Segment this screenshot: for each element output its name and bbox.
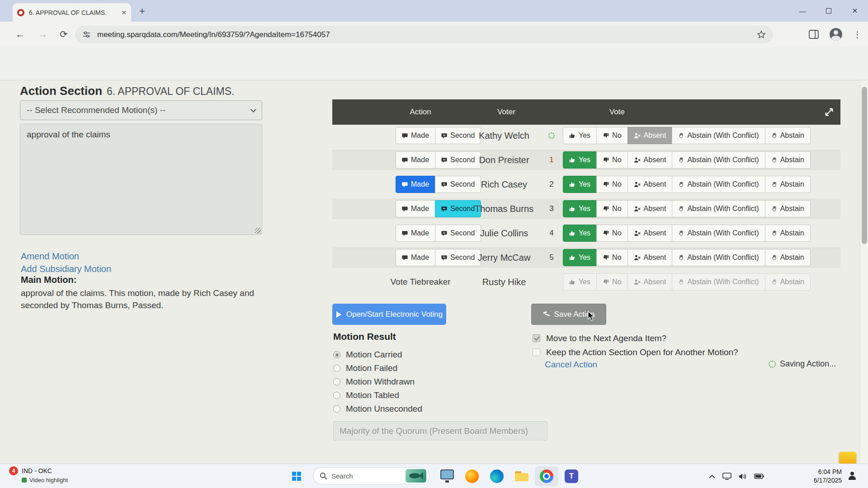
vote-absent-button[interactable]: Absent [627, 249, 673, 266]
vote-yes-button[interactable]: Yes [563, 151, 597, 169]
volume-icon[interactable] [739, 473, 747, 480]
vote-abstain_conflict-button[interactable]: Abstain (With Conflict) [672, 273, 765, 291]
reload-icon[interactable]: ⟳ [60, 29, 68, 40]
radio-icon[interactable] [333, 365, 340, 372]
vote-abstain_conflict-button[interactable]: Abstain (With Conflict) [672, 200, 765, 217]
vote-absent-button[interactable]: Absent [627, 176, 673, 193]
vote-yes-button[interactable]: Yes [563, 200, 597, 217]
made-button[interactable]: Made [396, 225, 435, 242]
motion-result-option[interactable]: Motion Withdrawn [333, 377, 415, 387]
search-highlight-image[interactable] [406, 469, 426, 483]
vote-abstain_conflict-button[interactable]: Abstain (With Conflict) [672, 151, 765, 169]
made-button[interactable]: Made [396, 176, 435, 193]
url-bar[interactable]: meeting.sparqdata.com/Meeting/In/693759/… [75, 26, 773, 43]
recommended-motion-select[interactable]: -- Select Recommended Motion(s) -- [20, 100, 262, 120]
post-action-checkbox-row[interactable]: Move to the Next Agenda Item? [533, 333, 666, 343]
new-tab-button[interactable]: + [139, 6, 145, 16]
cancel-action-link[interactable]: Cancel Action [545, 360, 597, 370]
vote-abstain_conflict-button[interactable]: Abstain (With Conflict) [672, 176, 765, 193]
tab-close-icon[interactable]: ✕ [121, 9, 127, 16]
vote-abstain-button[interactable]: Abstain [765, 225, 811, 242]
made-button[interactable]: Made [396, 151, 435, 169]
teams-icon[interactable]: T [565, 469, 578, 483]
expand-table-icon[interactable] [823, 106, 835, 118]
start-button[interactable] [292, 472, 301, 481]
vote-abstain_conflict-button[interactable]: Abstain (With Conflict) [672, 127, 765, 144]
profile-avatar[interactable] [830, 28, 842, 41]
made-button[interactable]: Made [396, 200, 435, 217]
vote-abstain-button[interactable]: Abstain [765, 176, 811, 193]
vote-absent-button[interactable]: Absent [627, 127, 673, 144]
open-start-electronic-voting-button[interactable]: Open/Start Electronic Voting [332, 304, 446, 325]
motion-result-option[interactable]: Motion Tabled [333, 390, 399, 400]
vote-absent-button[interactable]: Absent [627, 200, 673, 217]
chrome-icon[interactable] [540, 469, 553, 483]
scrollbar-thumb[interactable] [862, 87, 867, 244]
search-placeholder: Search [331, 472, 406, 480]
vote-yes-button[interactable]: Yes [563, 127, 597, 144]
side-panel-icon[interactable] [809, 30, 819, 39]
vote-abstain_conflict-button[interactable]: Abstain (With Conflict) [672, 249, 765, 266]
motion-text-textarea[interactable]: approval of the claims [20, 124, 262, 235]
made-button[interactable]: Made [396, 249, 435, 266]
forward-icon[interactable]: → [38, 29, 47, 40]
vote-yes-button[interactable]: Yes [563, 176, 597, 193]
vote-absent-button[interactable]: Absent [627, 225, 673, 242]
notification-center-icon[interactable] [848, 472, 856, 480]
vote-abstain-button[interactable]: Abstain [765, 273, 811, 291]
vote-order-number [544, 272, 559, 292]
vote-no-button[interactable]: No [596, 249, 627, 266]
amend-motion-link[interactable]: Amend Motion [21, 251, 79, 262]
radio-icon[interactable] [333, 378, 340, 385]
browser-tab[interactable]: 6. APPROVAL OF CLAIMS. ✕ [13, 3, 131, 22]
vote-no-button[interactable]: No [596, 273, 627, 291]
tune-icon[interactable] [82, 30, 91, 39]
vote-yes-button[interactable]: Yes [563, 249, 597, 266]
vote-no-button[interactable]: No [596, 200, 627, 217]
tray-chevron-up-icon[interactable] [709, 474, 715, 479]
vote-table: Action Voter Vote Made Second Kathy Welc… [332, 99, 840, 292]
vote-abstain-button[interactable]: Abstain [765, 200, 811, 217]
vote-no-button[interactable]: No [596, 225, 627, 242]
vote-yes-button[interactable]: Yes [563, 225, 597, 242]
accessibility-widget[interactable] [839, 452, 856, 465]
edge-icon[interactable] [490, 469, 504, 483]
window-close-button[interactable]: ✕ [842, 0, 868, 22]
radio-icon[interactable] [333, 405, 340, 413]
battery-icon[interactable] [754, 474, 764, 479]
voter-name: Kathy Welch [459, 126, 549, 145]
checkbox-icon[interactable] [533, 348, 540, 356]
vote-no-button[interactable]: No [596, 176, 627, 193]
vote-no-button[interactable]: No [596, 127, 627, 144]
taskbar-clock[interactable]: 6:04 PM 6/17/2025 [814, 468, 842, 485]
checkbox-icon[interactable] [533, 334, 540, 342]
vote-absent-button[interactable]: Absent [627, 151, 673, 169]
bookmark-star-icon[interactable] [757, 30, 766, 39]
vote-absent-button[interactable]: Absent [627, 273, 673, 291]
vote-abstain_conflict-button[interactable]: Abstain (With Conflict) [672, 225, 765, 242]
made-button[interactable]: Made [396, 127, 435, 144]
browser-menu-icon[interactable]: ⋮ [853, 29, 862, 40]
back-icon[interactable]: ← [15, 29, 25, 40]
vote-abstain-button[interactable]: Abstain [765, 249, 811, 266]
page-scrollbar[interactable] [860, 80, 868, 464]
radio-icon[interactable] [333, 392, 340, 399]
vote-yes-button[interactable]: Yes [563, 273, 597, 291]
add-subsidiary-motion-link[interactable]: Add Subsidiary Motion [21, 264, 111, 274]
vote-abstain-button[interactable]: Abstain [765, 151, 811, 169]
file-explorer-icon[interactable] [515, 469, 528, 483]
firefox-icon[interactable] [465, 469, 479, 483]
url-text[interactable]: meeting.sparqdata.com/Meeting/In/693759/… [97, 30, 757, 39]
vote-no-button[interactable]: No [596, 151, 627, 169]
taskbar-search[interactable]: Search [313, 467, 429, 484]
post-action-checkbox-row[interactable]: Keep the Action Section Open for Another… [533, 347, 738, 357]
display-tray-icon[interactable] [722, 473, 731, 480]
desktop-app-icon[interactable] [440, 469, 454, 479]
window-minimize-button[interactable]: — [789, 0, 816, 22]
motion-result-option[interactable]: Motion Failed [333, 363, 397, 373]
motion-result-option[interactable]: Motion Carried [333, 350, 402, 360]
window-maximize-button[interactable] [816, 0, 842, 22]
motion-result-option[interactable]: Motion Unseconded [333, 404, 422, 414]
radio-icon[interactable] [333, 351, 340, 358]
vote-abstain-button[interactable]: Abstain [765, 127, 811, 144]
